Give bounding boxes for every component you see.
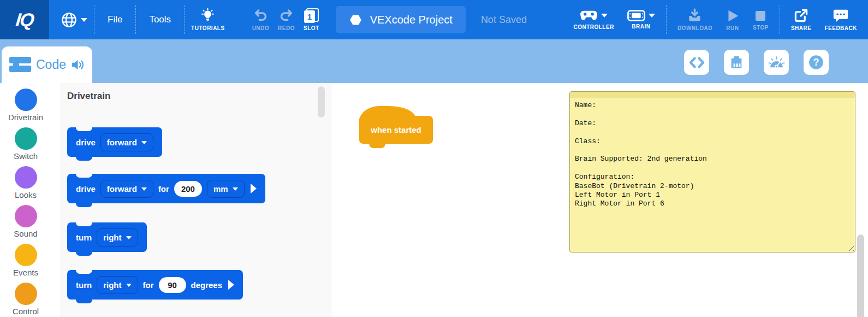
block-drive[interactable]: drive forward [67, 127, 162, 157]
run-button[interactable]: RUN [721, 9, 744, 31]
direction-dropdown[interactable]: forward [100, 180, 153, 198]
canvas-scrollbar[interactable] [857, 234, 864, 317]
share-label: SHARE [791, 25, 812, 31]
download-button[interactable]: DOWNLOAD [673, 8, 717, 31]
redo-button[interactable]: REDO [274, 8, 299, 31]
chevron-down-icon [126, 236, 132, 239]
undo-icon [253, 8, 268, 23]
feedback-button[interactable]: FEEDBACK [820, 9, 861, 31]
unit-dropdown[interactable]: mm [207, 180, 245, 198]
vexcode-app: IQ File Tools TUTORIALS UNDO [0, 0, 868, 317]
direction-value: forward [107, 138, 137, 147]
dashboard-button[interactable] [764, 50, 789, 75]
direction-value: right [103, 233, 121, 242]
controller-icon [580, 10, 598, 22]
tab-code[interactable]: Code [2, 46, 92, 83]
device-manager-button[interactable] [724, 50, 749, 75]
unit-value: mm [213, 184, 228, 193]
globe-icon [61, 11, 78, 28]
stop-button[interactable]: STOP [748, 9, 773, 31]
comment-line: BaseBot (Drivetrain 2-motor) [575, 182, 850, 191]
comment-line [575, 128, 850, 137]
category-drivetrain-dot [15, 89, 37, 111]
block-verb-label: drive [76, 184, 96, 193]
block-drive-for[interactable]: drive forward for 200 mm [67, 174, 265, 203]
comment-line: Configuration: [575, 173, 850, 181]
project-name: VEXcode Project [370, 14, 453, 26]
comment-line [575, 146, 850, 155]
chevron-down-icon [141, 187, 147, 191]
expand-arrow-icon[interactable] [251, 184, 257, 193]
direction-value: forward [107, 184, 137, 193]
comment-line: Name: [575, 101, 850, 110]
run-label: RUN [726, 25, 739, 31]
toolbar-divider [780, 5, 780, 34]
toolbar-divider [135, 5, 136, 34]
code-viewer-button[interactable] [684, 50, 709, 75]
help-button[interactable]: ? [804, 50, 829, 75]
topbar: IQ File Tools TUTORIALS UNDO [0, 0, 868, 39]
category-events-dot [15, 244, 37, 266]
tutorials-button[interactable]: TUTORIALS [187, 8, 229, 31]
feedback-label: FEEDBACK [824, 25, 857, 31]
block-turn[interactable]: turn right [67, 222, 147, 252]
comment-line: Brain Supported: 2nd generation [575, 155, 850, 163]
block-turn-for[interactable]: turn right for 90 degrees [67, 270, 243, 300]
palette-scrollbar[interactable] [318, 86, 325, 118]
category-control[interactable]: Control [0, 283, 51, 317]
category-drivetrain[interactable]: Drivetrain [0, 89, 51, 127]
comment-resize-handle[interactable] [848, 245, 854, 251]
comment-line [575, 164, 850, 173]
degrees-input[interactable]: 90 [159, 277, 186, 293]
direction-dropdown[interactable]: right [97, 276, 138, 294]
direction-value: right [103, 280, 121, 290]
undo-label: UNDO [252, 25, 269, 31]
menu-tools[interactable]: Tools [138, 14, 182, 25]
when-started-label: when started [371, 125, 421, 134]
project-name-button[interactable]: VEXcode Project [336, 6, 466, 33]
tutorials-label: TUTORIALS [191, 25, 225, 31]
comment-line [575, 110, 850, 119]
language-menu-button[interactable] [56, 11, 92, 28]
direction-dropdown[interactable]: right [97, 228, 138, 246]
programming-canvas[interactable]: when started Name: Date: Class: Brain Su… [331, 83, 868, 317]
brain-button[interactable]: BRAIN [623, 10, 659, 30]
project-comment-box[interactable]: Name: Date: Class: Brain Supported: 2nd … [569, 91, 855, 253]
category-sound-label: Sound [14, 229, 37, 238]
category-sound[interactable]: Sound [0, 205, 51, 244]
iq-logo[interactable]: IQ [0, 0, 49, 39]
block-for-label: for [158, 184, 169, 193]
comment-text[interactable]: Name: Date: Class: Brain Supported: 2nd … [570, 98, 855, 212]
feedback-icon [833, 9, 848, 23]
workspace-tools: ? [684, 50, 829, 75]
comment-line: Right Motor in Port 6 [575, 199, 850, 208]
slot-button[interactable]: 1 SLOT [299, 8, 324, 31]
when-started-block[interactable]: when started [359, 116, 433, 144]
category-events[interactable]: Events [0, 244, 51, 283]
block-for-label: for [143, 280, 154, 290]
download-label: DOWNLOAD [677, 25, 712, 31]
direction-dropdown[interactable]: forward [100, 133, 153, 151]
redo-label: REDO [278, 25, 295, 31]
chevron-down-icon [649, 14, 655, 17]
toolbar-divider [94, 5, 94, 34]
expand-arrow-icon[interactable] [228, 280, 234, 290]
category-events-label: Events [13, 268, 38, 277]
share-button[interactable]: SHARE [787, 8, 816, 31]
category-control-dot [15, 283, 37, 305]
toolbar-divider [184, 5, 185, 34]
menu-file[interactable]: File [97, 14, 133, 25]
slot-number: 1 [304, 10, 315, 23]
undo-button[interactable]: UNDO [248, 8, 274, 31]
tab-bar: Code ? [0, 39, 868, 83]
block-palette: Drivetrain drive forward drive forward f… [60, 83, 331, 317]
distance-input[interactable]: 200 [174, 181, 202, 197]
block-verb-label: turn [76, 233, 92, 242]
category-looks[interactable]: Looks [0, 166, 51, 205]
category-switch[interactable]: Switch [0, 127, 51, 166]
controller-button[interactable]: CONTROLLER [569, 10, 618, 30]
comment-header-bar[interactable] [570, 92, 855, 98]
comment-line: Left Motor in Port 1 [575, 191, 850, 199]
speaker-icon[interactable] [71, 59, 85, 71]
question-icon: ? [808, 55, 824, 70]
